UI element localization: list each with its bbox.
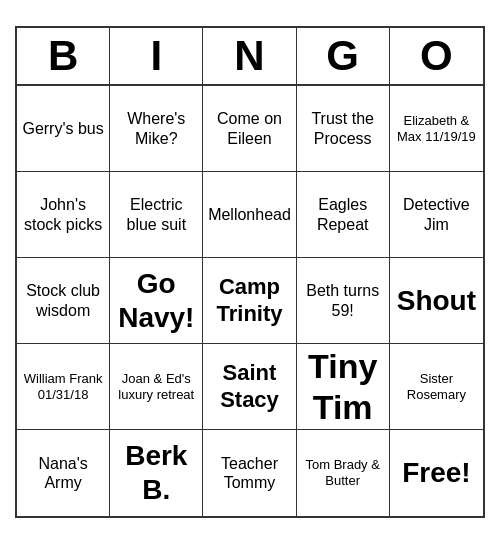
bingo-cell-2: Come on Eileen: [203, 86, 296, 172]
bingo-cell-20: Nana's Army: [17, 430, 110, 516]
header-letter: N: [203, 28, 296, 84]
bingo-cell-17: Saint Stacy: [203, 344, 296, 430]
bingo-cell-14: Shout: [390, 258, 483, 344]
bingo-cell-6: Electric blue suit: [110, 172, 203, 258]
bingo-cell-1: Where's Mike?: [110, 86, 203, 172]
bingo-cell-21: Berk B.: [110, 430, 203, 516]
bingo-cell-12: Camp Trinity: [203, 258, 296, 344]
bingo-cell-0: Gerry's bus: [17, 86, 110, 172]
bingo-card: BINGO Gerry's busWhere's Mike?Come on Ei…: [15, 26, 485, 518]
bingo-cell-4: Elizabeth & Max 11/19/19: [390, 86, 483, 172]
bingo-cell-18: Tiny Tim: [297, 344, 390, 430]
bingo-cell-3: Trust the Process: [297, 86, 390, 172]
bingo-cell-9: Detective Jim: [390, 172, 483, 258]
bingo-cell-10: Stock club wisdom: [17, 258, 110, 344]
header-letter: O: [390, 28, 483, 84]
bingo-cell-8: Eagles Repeat: [297, 172, 390, 258]
bingo-cell-11: Go Navy!: [110, 258, 203, 344]
header-letter: B: [17, 28, 110, 84]
bingo-cell-19: Sister Rosemary: [390, 344, 483, 430]
bingo-cell-5: John's stock picks: [17, 172, 110, 258]
bingo-cell-13: Beth turns 59!: [297, 258, 390, 344]
bingo-cell-15: William Frank 01/31/18: [17, 344, 110, 430]
bingo-cell-24: Free!: [390, 430, 483, 516]
header-letter: G: [297, 28, 390, 84]
bingo-cell-7: Mellonhead: [203, 172, 296, 258]
bingo-cell-23: Tom Brady & Butter: [297, 430, 390, 516]
bingo-cell-16: Joan & Ed's luxury retreat: [110, 344, 203, 430]
bingo-cell-22: Teacher Tommy: [203, 430, 296, 516]
bingo-grid: Gerry's busWhere's Mike?Come on EileenTr…: [17, 86, 483, 516]
bingo-header: BINGO: [17, 28, 483, 86]
header-letter: I: [110, 28, 203, 84]
